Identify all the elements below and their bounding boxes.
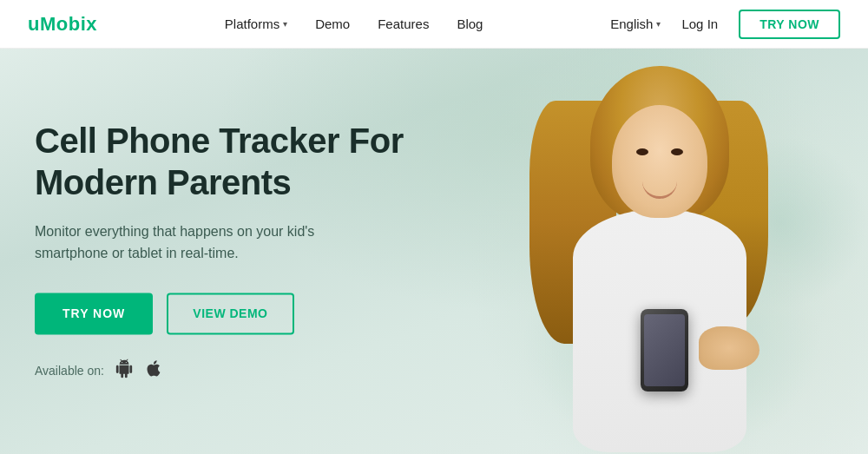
android-icon [115,359,134,383]
hero-subtext: Monitor everything that happens on your … [35,220,347,265]
language-selector[interactable]: English ▾ [610,16,661,31]
view-demo-button[interactable]: VIEW DEMO [167,293,293,334]
smile [642,181,677,199]
hero-content: Cell Phone Tracker For Modern Parents Mo… [35,120,404,383]
nav-demo[interactable]: Demo [315,16,350,31]
try-now-hero-button[interactable]: TRY NOW [35,293,153,334]
logo: uMobix [28,13,97,36]
face [612,105,707,218]
hero-section: Cell Phone Tracker For Modern Parents Mo… [0,49,868,454]
available-on-label: Available on: [35,364,104,378]
hero-heading: Cell Phone Tracker For Modern Parents [35,120,404,203]
header: uMobix Platforms ▾ Demo Features Blog En… [0,0,868,49]
nav-features[interactable]: Features [378,16,429,31]
chevron-down-icon: ▾ [656,19,661,29]
hand-right [699,326,760,370]
eye-right [671,148,683,155]
apple-icon [144,359,163,383]
chevron-down-icon: ▾ [283,19,287,29]
main-nav: Platforms ▾ Demo Features Blog [225,16,483,31]
eye-left [636,148,648,155]
try-now-nav-button[interactable]: TRY NOW [739,10,840,39]
nav-platforms[interactable]: Platforms ▾ [225,16,287,31]
phone-screen [644,314,685,386]
hero-buttons: TRY NOW VIEW DEMO [35,293,404,334]
login-button[interactable]: Log In [681,16,718,31]
available-on: Available on: [35,359,404,383]
nav-right: English ▾ Log In TRY NOW [610,10,840,39]
nav-blog[interactable]: Blog [457,16,483,31]
phone [641,309,688,391]
